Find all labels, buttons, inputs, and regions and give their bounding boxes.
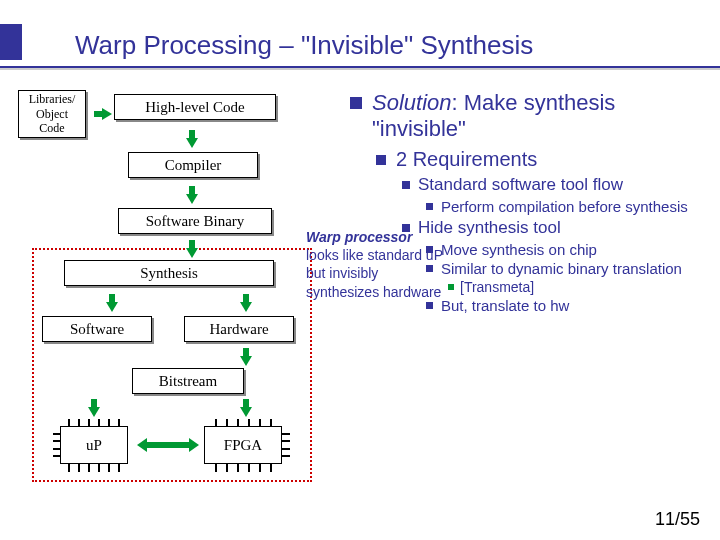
arrow-down-icon [240,407,252,417]
bullet-icon [402,181,410,189]
bullet-move: Move synthesis on chip [426,241,710,258]
bullet-icon [448,284,454,290]
compiler-box: Compiler [128,152,258,178]
bullet-similar: Similar to dynamic binary translation [426,260,710,277]
arrow-down-icon [186,194,198,204]
bullet-icon [426,246,433,253]
bullet-requirements: 2 Requirements [376,148,710,171]
bullet-icon [402,224,410,232]
chip-pins [282,430,290,460]
arrow-down-icon [186,138,198,148]
synthesis-box: Synthesis [64,260,274,286]
arrow-down-icon [240,302,252,312]
bullet-icon [350,97,362,109]
bullet-compile: Perform compilation before synthesis [426,198,710,215]
up-chip: uP [60,426,128,464]
bullet-icon [426,302,433,309]
title-accent [0,24,22,60]
bullet-transmeta: [Transmeta] [448,279,710,295]
double-arrow-icon [146,442,190,448]
bullet-icon [376,155,386,165]
chip-pins [64,419,124,427]
arrow-down-icon [88,407,100,417]
arrow-down-icon [106,302,118,312]
arrow-down-icon [186,248,198,258]
fpga-chip: FPGA [204,426,282,464]
arrow-right-icon [102,108,112,120]
bullet-hide: Hide synthesis tool [402,218,710,238]
software-binary-box: Software Binary [118,208,272,234]
page-number: 11/55 [655,509,700,530]
bitstream-box: Bitstream [132,368,244,394]
title-shadow [0,68,720,70]
libraries-box: Libraries/ Object Code [18,90,86,138]
chip-pins [210,419,276,427]
arrow-down-icon [240,356,252,366]
chip-pins [64,464,124,472]
hardware-box: Hardware [184,316,294,342]
chip-pins [210,464,276,472]
bullet-icon [426,203,433,210]
slide-title: Warp Processing – "Invisible" Synthesis [75,30,533,61]
bullet-icon [426,265,433,272]
software-box: Software [42,316,152,342]
bullet-solution: Solution: Make synthesis "invisible" [350,90,710,142]
chip-pins [53,430,61,460]
bullet-flow: Standard software tool flow [402,175,710,195]
bullet-list: Solution: Make synthesis "invisible" 2 R… [350,90,710,316]
bullet-but: But, translate to hw [426,297,710,314]
highlevel-code-box: High-level Code [114,94,276,120]
